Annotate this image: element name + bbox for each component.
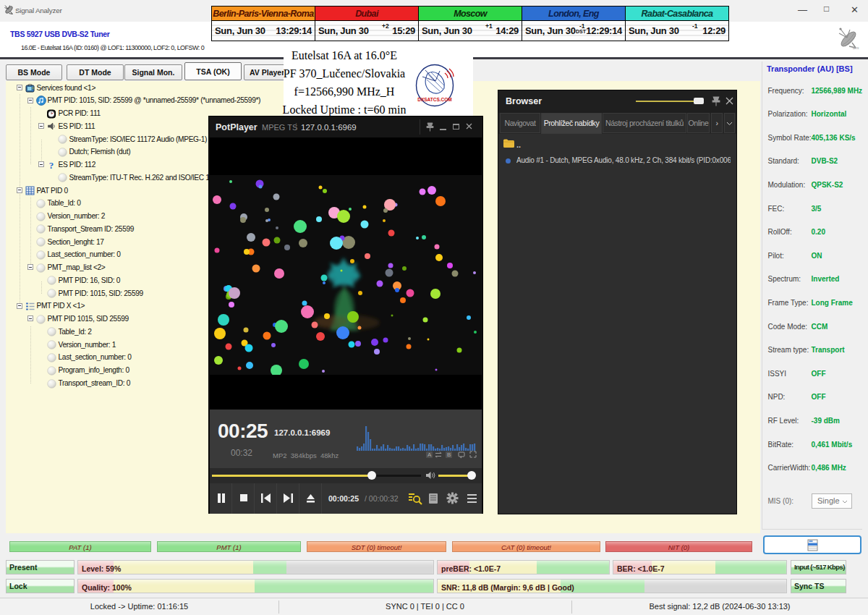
svg-text:?: ?	[48, 160, 54, 170]
svg-text:dxs: dxs	[853, 46, 859, 50]
svg-text:DXSATCS.COM: DXSATCS.COM	[417, 97, 452, 102]
